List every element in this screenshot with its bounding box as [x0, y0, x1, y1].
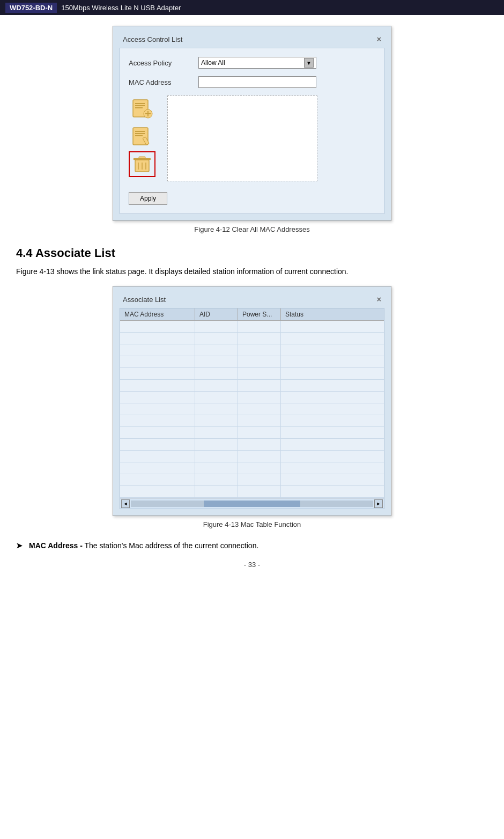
header-bar: WD752-BD-N 150Mbps Wireless Lite N USB A…: [0, 0, 504, 15]
col-power-save: Power S...: [238, 308, 281, 320]
table-row: [120, 403, 384, 415]
mac-address-row: MAC Address: [129, 76, 375, 88]
edit-entry-button[interactable]: [129, 123, 155, 149]
bullet-arrow-icon: ➤: [16, 541, 25, 550]
apply-button[interactable]: Apply: [129, 192, 167, 205]
page-number: - 33 -: [16, 561, 488, 569]
scroll-track[interactable]: [131, 501, 373, 507]
add-entry-button[interactable]: [129, 95, 155, 121]
table-row: [120, 462, 384, 474]
assoc-body: MAC Address AID Power S... Status: [120, 308, 384, 509]
section-heading: 4.4 Associate List: [16, 246, 488, 260]
figure1-container: Access Control List × Access Policy Allo…: [16, 26, 488, 233]
table-row: [120, 368, 384, 380]
access-policy-label: Access Policy: [129, 59, 198, 67]
figure2-caption: Figure 4-13 Mac Table Function: [203, 520, 301, 528]
access-policy-value: Allow All: [201, 59, 225, 67]
assoc-close-icon[interactable]: ×: [377, 295, 381, 304]
description-label: 150Mbps Wireless Lite N USB Adapter: [61, 4, 181, 12]
table-row: [120, 486, 384, 498]
access-policy-select[interactable]: Allow All ▼: [198, 57, 316, 69]
mac-list-area[interactable]: [167, 95, 317, 181]
close-icon[interactable]: ×: [377, 35, 381, 43]
icon-column: [129, 95, 155, 181]
mac-address-input[interactable]: [198, 76, 316, 88]
svg-rect-10: [135, 135, 143, 136]
assoc-titlebar: Associate List ×: [120, 293, 384, 308]
scroll-right-button[interactable]: ►: [374, 499, 383, 508]
page-content: Access Control List × Access Policy Allo…: [0, 15, 504, 579]
bullet-description: The station's Mac address of the current…: [84, 541, 258, 550]
table-row: [120, 439, 384, 451]
assoc-table-rows: [120, 321, 384, 498]
table-row: [120, 333, 384, 344]
col-status: Status: [281, 308, 335, 320]
col-aid: AID: [195, 308, 238, 320]
horizontal-scrollbar[interactable]: ◄ ►: [120, 498, 384, 509]
figure1-caption: Figure 4-12 Clear All MAC Addresses: [194, 225, 309, 233]
col-mac-address: MAC Address: [120, 308, 195, 320]
model-label: WD752-BD-N: [5, 3, 57, 13]
bullet-list: ➤ MAC Address - The station's Mac addres…: [16, 541, 488, 550]
figure2-container: Associate List × MAC Address AID Power S…: [16, 286, 488, 528]
svg-rect-9: [135, 133, 145, 134]
delete-entry-button[interactable]: [129, 151, 155, 177]
icons-area: [129, 95, 375, 181]
bullet-prefix: MAC Address -: [29, 541, 83, 550]
assoc-table-header: MAC Address AID Power S... Status: [120, 308, 384, 321]
table-row: [120, 415, 384, 427]
table-row: [120, 474, 384, 486]
bullet-text: MAC Address - The station's Mac address …: [29, 541, 258, 550]
dialog-title: Access Control List: [123, 35, 182, 43]
table-row: [120, 344, 384, 356]
list-item: ➤ MAC Address - The station's Mac addres…: [16, 541, 488, 550]
svg-rect-8: [135, 131, 145, 132]
table-row: [120, 392, 384, 403]
table-row: [120, 451, 384, 462]
mac-address-label: MAC Address: [129, 78, 198, 86]
dropdown-arrow-icon[interactable]: ▼: [304, 58, 314, 68]
svg-rect-1: [135, 103, 145, 104]
svg-rect-2: [135, 105, 145, 106]
dialog-body: Access Policy Allow All ▼ MAC Address: [120, 48, 384, 214]
access-control-dialog: Access Control List × Access Policy Allo…: [113, 26, 391, 221]
table-row: [120, 356, 384, 368]
table-row: [120, 427, 384, 439]
section-paragraph: Figure 4-13 shows the link status page. …: [16, 266, 488, 277]
access-policy-row: Access Policy Allow All ▼: [129, 57, 375, 69]
svg-rect-17: [139, 157, 145, 158]
svg-rect-3: [135, 107, 143, 108]
scroll-thumb[interactable]: [204, 501, 301, 507]
assoc-dialog-title: Associate List: [123, 296, 166, 304]
table-row: [120, 380, 384, 392]
scroll-left-button[interactable]: ◄: [121, 499, 130, 508]
dialog-titlebar: Access Control List ×: [120, 33, 384, 48]
associate-list-dialog: Associate List × MAC Address AID Power S…: [113, 286, 391, 516]
section-44: 4.4 Associate List Figure 4-13 shows the…: [16, 246, 488, 277]
table-row: [120, 321, 384, 333]
